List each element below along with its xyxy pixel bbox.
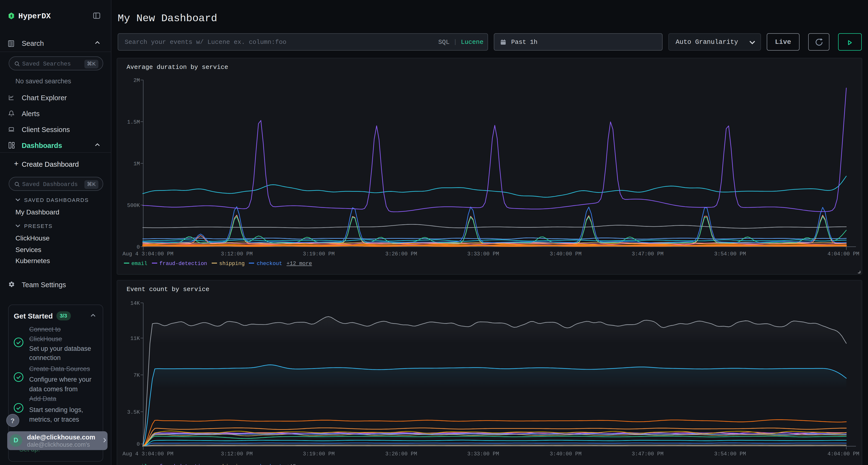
- svg-text:1.5M: 1.5M: [127, 119, 140, 125]
- svg-text:3:47:00 PM: 3:47:00 PM: [632, 451, 663, 457]
- svg-text:3:54:00 PM: 3:54:00 PM: [714, 451, 746, 457]
- svg-text:3:54:00 PM: 3:54:00 PM: [714, 251, 746, 257]
- svg-text:0: 0: [137, 441, 140, 447]
- svg-text:500K: 500K: [127, 203, 140, 209]
- svg-text:4:04:00 PM: 4:04:00 PM: [828, 451, 859, 457]
- svg-text:3:12:00 PM: 3:12:00 PM: [221, 451, 253, 457]
- svg-text:3:40:00 PM: 3:40:00 PM: [550, 251, 582, 257]
- svg-text:1M: 1M: [133, 161, 140, 167]
- svg-text:3:33:00 PM: 3:33:00 PM: [467, 251, 499, 257]
- svg-text:Aug 4 3:04:00 PM: Aug 4 3:04:00 PM: [123, 451, 173, 457]
- svg-text:3:26:00 PM: 3:26:00 PM: [385, 451, 417, 457]
- svg-text:7K: 7K: [133, 372, 140, 378]
- svg-text:3:19:00 PM: 3:19:00 PM: [303, 251, 335, 257]
- svg-text:3.5K: 3.5K: [127, 409, 140, 416]
- svg-text:0: 0: [137, 244, 140, 250]
- svg-text:3:40:00 PM: 3:40:00 PM: [550, 451, 582, 457]
- svg-text:2M: 2M: [133, 77, 140, 84]
- svg-text:3:12:00 PM: 3:12:00 PM: [221, 251, 253, 257]
- svg-text:3:26:00 PM: 3:26:00 PM: [385, 251, 417, 257]
- svg-text:11K: 11K: [130, 336, 140, 342]
- svg-text:4:04:00 PM: 4:04:00 PM: [828, 251, 859, 257]
- svg-text:3:47:00 PM: 3:47:00 PM: [632, 251, 663, 257]
- svg-text:Aug 4 3:04:00 PM: Aug 4 3:04:00 PM: [123, 251, 173, 257]
- svg-text:3:33:00 PM: 3:33:00 PM: [467, 451, 499, 457]
- svg-text:3:19:00 PM: 3:19:00 PM: [303, 451, 335, 457]
- svg-text:14K: 14K: [130, 300, 140, 306]
